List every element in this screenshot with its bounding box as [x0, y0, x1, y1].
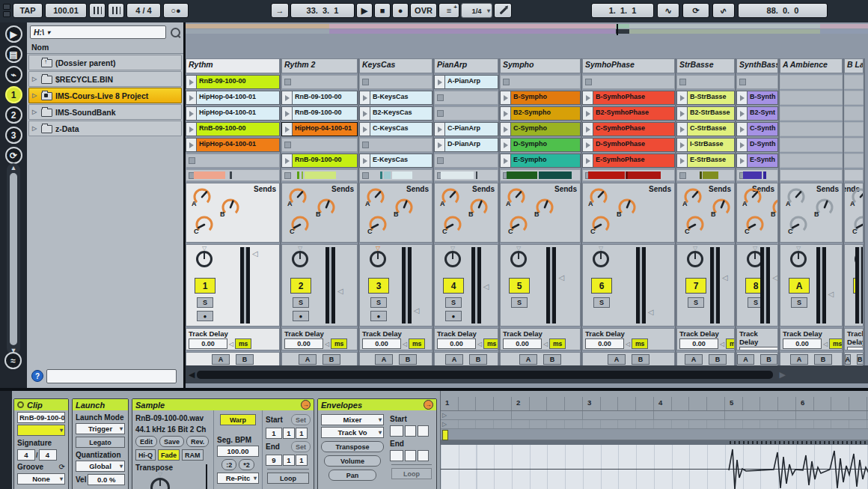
- clip-slot[interactable]: C-Synth: [736, 122, 778, 136]
- send-knob-c[interactable]: C: [852, 213, 864, 236]
- clip-slot[interactable]: B2-Sympho: [500, 106, 581, 121]
- arrangement-overdub-button[interactable]: ≡+: [438, 3, 459, 18]
- track-header[interactable]: SymhoPhase: [582, 58, 675, 73]
- loop-length-display[interactable]: 88. 0. 0: [738, 3, 828, 18]
- env-end-sixteenth-field[interactable]: [418, 450, 429, 461]
- clip-slot[interactable]: C-Sympho: [500, 122, 581, 136]
- quick-pan-button[interactable]: Pan: [328, 470, 376, 481]
- clip-launch-button[interactable]: [737, 154, 748, 167]
- browser-path-field[interactable]: H:\▾: [30, 25, 166, 39]
- send-knob-c[interactable]: C: [367, 213, 389, 236]
- crossfade-b-button[interactable]: B: [469, 354, 487, 365]
- browser-item[interactable]: ▷z-Data: [28, 121, 182, 136]
- clip-launch-button[interactable]: [737, 139, 748, 151]
- track-header[interactable]: KeysCas: [359, 58, 433, 73]
- hotswap-icon[interactable]: →: [301, 400, 311, 410]
- clip-slot[interactable]: B2-KeysCas: [359, 106, 433, 121]
- file-browser-1-icon[interactable]: 1: [5, 86, 22, 103]
- track-overview-slot[interactable]: [434, 169, 498, 181]
- ms-unit-button[interactable]: ms: [409, 338, 425, 349]
- send-knob-c[interactable]: C: [441, 213, 464, 236]
- send-knob-a[interactable]: A: [191, 186, 213, 208]
- crossfade-b-button[interactable]: B: [760, 354, 777, 365]
- scrollbar-thumb[interactable]: [10, 173, 17, 345]
- clip-slot[interactable]: [186, 154, 280, 168]
- track-overview-slot[interactable]: [500, 169, 581, 181]
- track-header[interactable]: PianArp: [434, 58, 498, 73]
- track-activator-button[interactable]: 6: [591, 278, 612, 294]
- arm-button[interactable]: ●: [293, 311, 309, 321]
- spinner-left-icon[interactable]: ◁: [543, 341, 548, 347]
- clip-launch-button[interactable]: [583, 107, 593, 120]
- device-browser-icon[interactable]: ▤: [5, 46, 22, 63]
- browser-item[interactable]: (Dossier parent): [28, 55, 182, 70]
- crossfade-a-button[interactable]: A: [790, 354, 808, 365]
- clip-launch-button[interactable]: [435, 139, 445, 151]
- pan-control[interactable]: ▽: [290, 246, 311, 267]
- clip-slot[interactable]: B-StrBasse: [676, 91, 735, 105]
- crossfade-a-button[interactable]: A: [519, 354, 537, 365]
- track-delay-value[interactable]: 0.00: [362, 338, 401, 349]
- clip-launch-button[interactable]: [501, 107, 511, 120]
- clip-launch-button[interactable]: [360, 107, 370, 120]
- browser-item[interactable]: ▷IMS-Cours-Live 8 Project: [28, 88, 182, 103]
- info-icon[interactable]: ?: [31, 370, 43, 382]
- send-knob-c[interactable]: C: [787, 213, 810, 236]
- clip-slot[interactable]: I-StrBasse: [676, 138, 735, 152]
- overdub-button[interactable]: OVR: [410, 3, 437, 18]
- clip-launch-button[interactable]: [282, 91, 293, 104]
- env-start-bar-field[interactable]: [390, 425, 403, 437]
- clip-slot[interactable]: C-StrBasse: [676, 122, 735, 136]
- crossfade-a-button[interactable]: A: [212, 354, 230, 365]
- clip-launch-button[interactable]: [501, 91, 511, 104]
- track-activator-button[interactable]: 4: [443, 278, 464, 294]
- clip-slot[interactable]: [676, 75, 735, 89]
- loop-toggle-button[interactable]: ⟳: [682, 3, 709, 18]
- spinner-left-icon[interactable]: ◁: [626, 341, 630, 347]
- scroll-right-icon[interactable]: ▶: [779, 370, 785, 380]
- clip-slot[interactable]: HipHop-04-100-01: [186, 91, 280, 105]
- clip-slot[interactable]: [281, 75, 358, 89]
- env-loop-button[interactable]: Loop: [391, 468, 432, 479]
- clip-slot[interactable]: B-KeysCas: [359, 91, 433, 105]
- end-set-button[interactable]: Set: [291, 441, 311, 452]
- clip-slot[interactable]: RnB-09-100-00: [281, 106, 358, 121]
- file-browser-3-icon[interactable]: 3: [5, 127, 22, 144]
- clip-slot[interactable]: [359, 138, 433, 152]
- browser-scrollbar[interactable]: ▲ ▼: [7, 163, 20, 355]
- crossfade-b-button[interactable]: B: [543, 354, 561, 365]
- halve-bpm-button[interactable]: :2: [221, 459, 236, 470]
- clip-slot[interactable]: A-PianArp: [434, 75, 498, 89]
- browser-item[interactable]: ▷$RECYCLE.BIN: [28, 71, 182, 87]
- warp-mode-chooser[interactable]: Re-Pitc: [217, 473, 259, 484]
- spinner-left-icon[interactable]: ◁: [403, 341, 407, 347]
- clip-launch-button[interactable]: [435, 123, 445, 136]
- clip-stop-button[interactable]: [503, 79, 510, 85]
- clip-slot[interactable]: D-Sympho: [500, 138, 581, 152]
- send-knob-a[interactable]: A: [364, 186, 387, 208]
- nudge-up-button[interactable]: [108, 3, 124, 18]
- save-button[interactable]: Save: [159, 436, 184, 447]
- clip-slot[interactable]: RnB-09-100-00: [186, 122, 280, 136]
- volume-slider-handle[interactable]: ◁: [558, 273, 564, 282]
- disclosure-triangle-icon[interactable]: ▷: [32, 92, 38, 99]
- clip-launch-button[interactable]: [360, 91, 370, 104]
- waveform-display[interactable]: [441, 445, 868, 489]
- crossfade-b-button[interactable]: B: [399, 354, 417, 365]
- env-end-bar-field[interactable]: [390, 450, 403, 461]
- preview-play-icon[interactable]: ▶: [5, 25, 22, 43]
- punch-out-button[interactable]: ∿: [712, 3, 735, 18]
- clip-stop-button[interactable]: [189, 157, 195, 164]
- send-knob-c[interactable]: C: [590, 213, 612, 236]
- arm-button[interactable]: ●: [197, 311, 213, 321]
- clip-launch-button[interactable]: [677, 107, 688, 120]
- metronome-toggle[interactable]: ○●: [163, 3, 189, 18]
- pan-control[interactable]: ▽: [508, 246, 529, 267]
- clip-slot[interactable]: D-SymhoPhase: [582, 138, 675, 152]
- tempo-display[interactable]: 100.01: [45, 3, 87, 18]
- nudge-down-button[interactable]: [89, 3, 106, 18]
- clip-stop-button[interactable]: [739, 79, 746, 85]
- spinner-left-icon[interactable]: ◁: [720, 341, 724, 347]
- clip-launch-button[interactable]: [737, 123, 748, 136]
- pan-knob[interactable]: [593, 251, 609, 267]
